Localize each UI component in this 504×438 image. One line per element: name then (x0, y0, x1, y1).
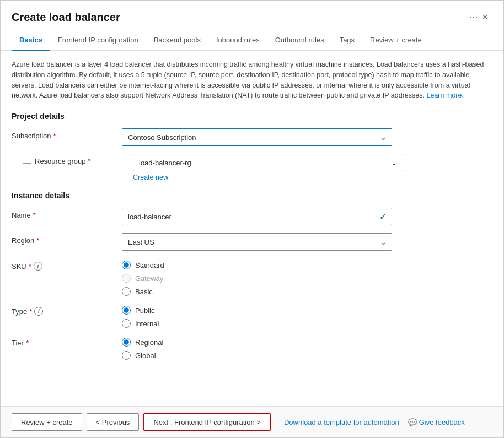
learn-more-link[interactable]: Learn more. (426, 91, 463, 99)
region-control: East US (122, 233, 492, 251)
sku-info-icon[interactable]: i (34, 262, 42, 271)
sku-basic-option[interactable]: Basic (122, 287, 492, 296)
give-feedback-link[interactable]: 💬 Give feedback (408, 418, 465, 426)
info-description: Azure load balancer is a layer 4 load ba… (12, 60, 492, 101)
name-row: Name * ✓ (12, 208, 492, 225)
tab-frontend-ip[interactable]: Frontend IP configuration (50, 30, 146, 51)
tab-backend-pools[interactable]: Backend pools (146, 30, 208, 51)
close-button[interactable]: × (478, 9, 492, 25)
tier-label: Tier * (12, 336, 122, 347)
region-label: Region * (12, 233, 122, 245)
name-control: ✓ (122, 208, 492, 225)
region-select-wrapper: East US (122, 233, 392, 251)
type-row: Type * i Public Internal (12, 304, 492, 328)
sku-required: * (29, 262, 31, 271)
subscription-label: Subscription * (12, 128, 122, 140)
review-create-button[interactable]: Review + create (12, 413, 82, 431)
tab-tags[interactable]: Tags (332, 30, 362, 51)
name-input-wrapper: ✓ (122, 208, 392, 225)
subscription-required: * (53, 132, 56, 140)
tier-required: * (26, 339, 29, 347)
tier-row: Tier * Regional Global (12, 336, 492, 360)
tab-basics[interactable]: Basics (12, 30, 50, 51)
instance-details-section: Instance details Name * ✓ Region (12, 191, 492, 360)
tab-outbound-rules[interactable]: Outbound rules (267, 30, 332, 51)
sku-standard-option[interactable]: Standard (122, 261, 492, 269)
resource-group-select-wrapper: load-balancer-rg (133, 154, 403, 171)
instance-details-title: Instance details (12, 191, 492, 200)
type-control: Public Internal (122, 304, 492, 328)
sku-gateway-option: Gateway (122, 274, 492, 283)
tab-inbound-rules[interactable]: Inbound rules (208, 30, 267, 51)
tier-regional-option[interactable]: Regional (122, 338, 492, 347)
subscription-row: Subscription * Contoso Subscription (12, 128, 492, 146)
type-required: * (29, 307, 32, 316)
name-required: * (33, 211, 36, 219)
more-options-icon[interactable]: ··· (469, 12, 478, 23)
type-radio-group: Public Internal (122, 304, 492, 328)
subscription-select-wrapper: Contoso Subscription (122, 128, 392, 146)
project-details-section: Project details Subscription * Contoso S… (12, 112, 492, 181)
region-row: Region * East US (12, 233, 492, 251)
feedback-icon: 💬 (408, 418, 417, 426)
sku-control: Standard Gateway Basic (122, 258, 492, 296)
sku-row: SKU * i Standard Gateway (12, 258, 492, 296)
tier-radio-group: Regional Global (122, 336, 492, 360)
create-new-link[interactable]: Create new (133, 174, 168, 181)
region-select[interactable]: East US (122, 233, 392, 251)
download-template-link[interactable]: Download a template for automation (284, 418, 399, 426)
type-label: Type * i (12, 304, 122, 316)
previous-button[interactable]: < Previous (87, 413, 140, 431)
subscription-select[interactable]: Contoso Subscription (122, 128, 392, 146)
type-internal-radio[interactable] (122, 319, 131, 328)
dialog-footer: Review + create < Previous Next : Fronte… (1, 406, 503, 437)
tier-regional-radio[interactable] (122, 338, 131, 347)
tier-control: Regional Global (122, 336, 492, 360)
sku-standard-radio[interactable] (122, 261, 131, 269)
sku-basic-radio[interactable] (122, 287, 131, 296)
name-check-icon: ✓ (379, 212, 387, 222)
type-public-radio[interactable] (122, 306, 131, 315)
tab-bar: Basics Frontend IP configuration Backend… (1, 30, 503, 51)
tier-global-option[interactable]: Global (122, 351, 492, 360)
next-button[interactable]: Next : Frontend IP configuration > (143, 413, 271, 431)
tab-review-create[interactable]: Review + create (362, 30, 430, 51)
resource-group-row: Resource group * load-balancer-rg Create… (12, 154, 492, 181)
project-details-title: Project details (12, 112, 492, 121)
tier-global-radio[interactable] (122, 351, 131, 360)
type-internal-option[interactable]: Internal (122, 319, 492, 328)
sku-radio-group: Standard Gateway Basic (122, 258, 492, 296)
region-required: * (36, 236, 39, 245)
dialog-title: Create load balancer (12, 11, 464, 24)
type-public-option[interactable]: Public (122, 306, 492, 315)
type-info-icon[interactable]: i (34, 307, 43, 316)
dialog-header: Create load balancer ··· × (1, 1, 503, 30)
resource-group-required: * (88, 157, 91, 165)
resource-group-control: load-balancer-rg Create new (133, 154, 492, 181)
name-label: Name * (12, 208, 122, 219)
name-input[interactable] (122, 208, 392, 225)
main-content: Azure load balancer is a layer 4 load ba… (1, 51, 503, 406)
resource-group-select[interactable]: load-balancer-rg (133, 154, 403, 171)
resource-group-label: Resource group * (35, 157, 91, 165)
sku-label: SKU * i (12, 258, 122, 271)
subscription-control: Contoso Subscription (122, 128, 492, 146)
sku-gateway-radio[interactable] (122, 274, 131, 283)
create-load-balancer-dialog: Create load balancer ··· × Basics Fronte… (0, 0, 504, 438)
